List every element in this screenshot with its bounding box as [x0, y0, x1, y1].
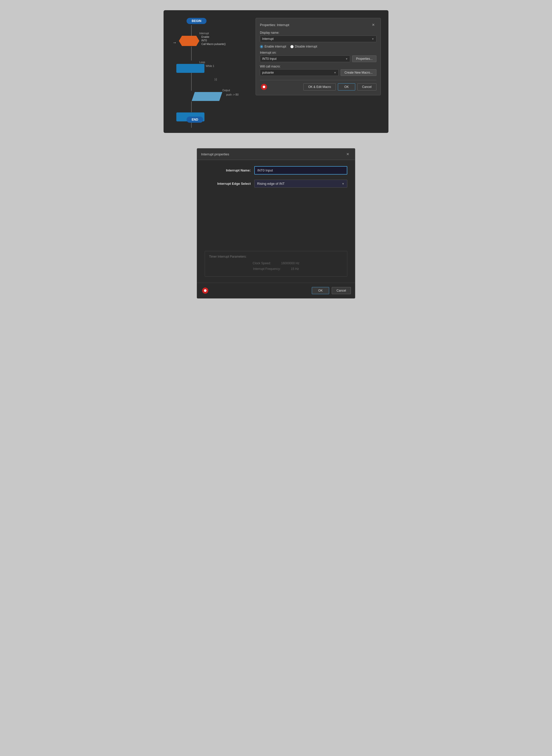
interrupt-on-dropdown[interactable]: INT0 Input ▼ [260, 55, 350, 62]
interrupt-node [179, 36, 199, 46]
stop-inner [263, 86, 265, 88]
stop-icon [261, 84, 267, 90]
loop-node [176, 64, 204, 73]
interrupt-edge-dropdown[interactable]: Rising edge of INT ▼ [254, 180, 347, 188]
interrupt-properties-title-bar: Interrupt properties ✕ [197, 148, 355, 160]
timer-section-title: Timer Interrupt Parameters: [209, 255, 343, 258]
dialog-close-button[interactable]: ✕ [370, 22, 377, 27]
dialog-footer: OK & Edit Macro OK Cancel [260, 80, 377, 91]
interrupt-on-dropdown-row: INT0 Input ▼ Properties... [260, 55, 377, 62]
clock-speed-row: Clock Speed: 16000000 Hz [209, 262, 343, 265]
timer-section: Timer Interrupt Parameters: Clock Speed:… [205, 251, 347, 277]
disable-interrupt-radio[interactable]: Disable interrupt [290, 45, 317, 48]
stop-icon-button[interactable] [260, 83, 268, 91]
interrupt-properties-dialog: Interrupt properties ✕ Interrupt Name: I… [197, 148, 355, 299]
flow-area: BEGIN Interrupt → EnableINT0Call Macro p… [171, 18, 251, 125]
dropdown-arrow-icon: ▼ [372, 37, 374, 40]
interrupt-on-arrow-icon: ▼ [345, 57, 348, 60]
while-label: While 1 [206, 65, 214, 67]
ok-edit-macro-button[interactable]: OK & Edit Macro [303, 83, 336, 91]
dialog-title-bar: Properties: Interrupt ✕ [260, 22, 377, 27]
flow-diagram: BEGIN Interrupt → EnableINT0Call Macro p… [171, 18, 251, 125]
interrupt-name-label: Interrupt Name: [205, 168, 251, 172]
bottom-stop-icon-button[interactable] [201, 287, 209, 295]
properties-dialog: Properties: Interrupt ✕ Display name: In… [256, 18, 381, 95]
interrupt-on-row: Interrupt on: INT0 Input ▼ Properties... [260, 51, 377, 62]
interrupt-radio-group: Enable interrupt Disable interrupt [260, 45, 377, 48]
display-name-row: Display name: Interrupt ▼ [260, 31, 377, 42]
interrupt-name-input[interactable] [254, 166, 347, 175]
interrupt-label: Interrupt [199, 32, 209, 35]
bottom-ok-button[interactable]: OK [312, 287, 329, 294]
output-label: Output [222, 89, 230, 92]
end-node: END [186, 117, 203, 123]
push-label: push -> B0 [226, 93, 239, 96]
bottom-cancel-button[interactable]: Cancel [332, 287, 351, 294]
interrupt-properties-close-button[interactable]: ✕ [345, 152, 351, 157]
interrupt-properties-content: Interrupt Name: Interrupt Edge Select Ri… [197, 160, 355, 283]
bottom-stop-inner [204, 289, 206, 292]
interrupt-properties-footer: OK Cancel [197, 283, 355, 298]
create-new-macro-button[interactable]: Create New Macro... [340, 69, 377, 76]
interrupt-freq-row: Interrupt Frequency: 15 Hz [209, 267, 343, 271]
macro-dropdown-arrow-icon: ▼ [334, 71, 336, 74]
bottom-stop-icon-wrapper [201, 287, 209, 295]
interrupt-edge-row: Interrupt Edge Select Rising edge of INT… [205, 180, 347, 188]
brackets-label: [-] [215, 78, 217, 81]
enable-labels: EnableINT0Call Macro pulsante() [201, 35, 226, 46]
top-panel: BEGIN Interrupt → EnableINT0Call Macro p… [163, 10, 389, 133]
dialog-title: Properties: Interrupt [260, 23, 289, 27]
spacer [205, 193, 347, 251]
ok-button[interactable]: OK [338, 83, 355, 91]
clock-speed-value: 16000000 Hz [281, 262, 299, 265]
interrupt-name-row: Interrupt Name: [205, 166, 347, 175]
enable-interrupt-radio[interactable]: Enable interrupt [260, 45, 286, 48]
interrupt-freq-value: 15 Hz [291, 267, 299, 271]
edge-dropdown-arrow-icon: ▼ [342, 182, 344, 185]
bottom-stop-icon [202, 288, 208, 294]
output-node [192, 92, 222, 101]
will-call-macro-row: Will call macro: pulsante ▼ Create New M… [260, 65, 377, 76]
cancel-button[interactable]: Cancel [357, 83, 377, 91]
will-call-macro-dropdown-row: pulsante ▼ Create New Macro... [260, 69, 377, 76]
will-call-macro-dropdown[interactable]: pulsante ▼ [260, 69, 338, 76]
begin-node: BEGIN [186, 18, 206, 24]
clock-speed-label: Clock Speed: [253, 262, 271, 265]
loop-label: Loop [199, 61, 205, 63]
flow-arrow: → [172, 40, 176, 45]
display-name-dropdown[interactable]: Interrupt ▼ [260, 35, 377, 42]
interrupt-freq-label: Interrupt Frequency: [253, 267, 281, 271]
properties-button[interactable]: Properties... [352, 55, 377, 62]
interrupt-edge-label: Interrupt Edge Select [205, 182, 251, 185]
will-call-macro-label: Will call macro: [260, 65, 377, 68]
display-name-label: Display name: [260, 31, 377, 34]
interrupt-properties-title: Interrupt properties [201, 152, 229, 156]
display-name-dropdown-row: Interrupt ▼ [260, 35, 377, 42]
interrupt-on-label: Interrupt on: [260, 51, 377, 54]
